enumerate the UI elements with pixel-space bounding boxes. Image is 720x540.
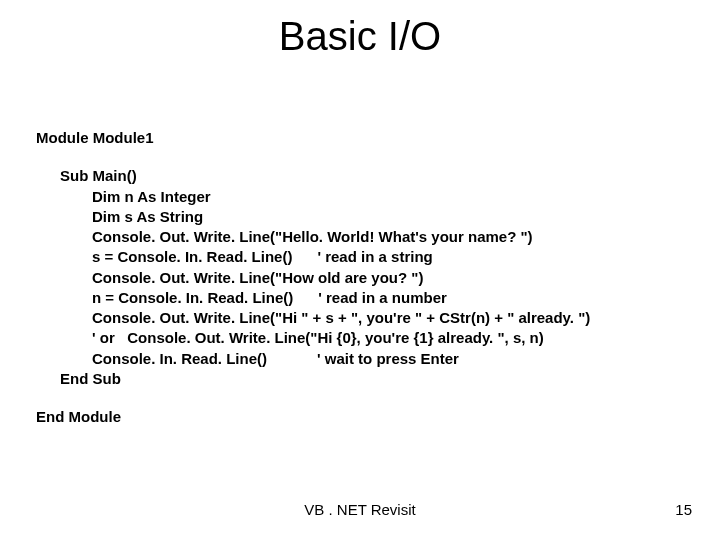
footer-center-text: VB . NET Revisit [0, 501, 720, 518]
code-sub-end: End Sub [36, 369, 684, 389]
code-line: Console. Out. Write. Line("Hello. World!… [36, 227, 684, 247]
code-line: Console. Out. Write. Line("Hi " + s + ",… [36, 308, 684, 328]
slide-title: Basic I/O [0, 14, 720, 59]
code-line: n = Console. In. Read. Line() ' read in … [36, 288, 684, 308]
code-line: Console. Out. Write. Line("How old are y… [36, 268, 684, 288]
code-module-start: Module Module1 [36, 128, 684, 148]
code-line: Dim s As String [36, 207, 684, 227]
code-line: s = Console. In. Read. Line() ' read in … [36, 247, 684, 267]
slide: Basic I/O Module Module1 Sub Main() Dim … [0, 0, 720, 540]
code-sub-start: Sub Main() [36, 166, 684, 186]
code-line: Dim n As Integer [36, 187, 684, 207]
slide-body: Module Module1 Sub Main() Dim n As Integ… [36, 128, 684, 427]
code-line: ' or Console. Out. Write. Line("Hi {0}, … [36, 328, 684, 348]
page-number: 15 [675, 501, 692, 518]
code-line: Console. In. Read. Line() ' wait to pres… [36, 349, 684, 369]
code-module-end: End Module [36, 407, 684, 427]
